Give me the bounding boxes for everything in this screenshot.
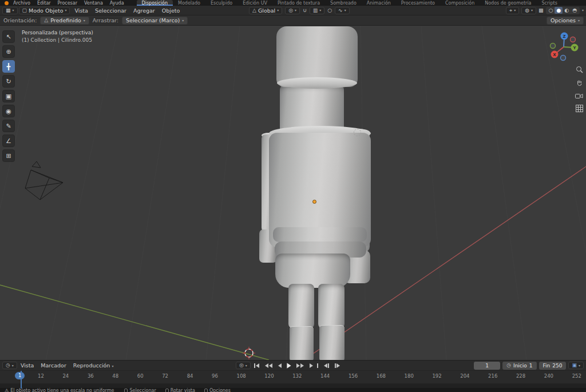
blender-logo-icon[interactable] [3, 0, 10, 6]
axis-x-negative[interactable] [571, 37, 576, 42]
workspace-tab[interactable]: Modelado [173, 0, 205, 6]
measure-tool[interactable]: ∠ [2, 134, 15, 147]
menu-item[interactable]: Vista [71, 7, 91, 14]
ruler-frame-label[interactable]: 156 [349, 373, 358, 379]
workspace-tab[interactable]: Pintado de textura [272, 0, 325, 6]
options-button[interactable]: Opciones ▾ [547, 17, 584, 25]
menu-item[interactable]: Agregar [130, 7, 159, 14]
ruler-frame-label[interactable]: 96 [212, 373, 218, 379]
workspace-tab[interactable]: Sombreado [325, 0, 362, 6]
transform-tool[interactable]: ◉ [2, 105, 15, 117]
workspace-tab[interactable]: Edición UV [237, 0, 272, 6]
zoom-icon[interactable] [576, 66, 583, 73]
workspace-tab[interactable]: Composición [440, 0, 480, 6]
next-frame-button[interactable] [332, 362, 342, 369]
camera-view-icon[interactable] [575, 92, 583, 99]
workspace-tab[interactable]: Nodos de geometría [480, 0, 536, 6]
timeline-ruler[interactable]: 1224364860728496108120132144156168180192… [0, 370, 586, 388]
orientation-preset-dropdown[interactable]: △ Predefinido ▾ [40, 17, 89, 25]
menu-item[interactable]: Seleccionar [92, 7, 130, 14]
sync-mode-dropdown[interactable]: ◎ ▾ [236, 362, 251, 369]
ruler-frame-label[interactable]: 108 [237, 373, 246, 379]
shading-rendered-icon[interactable]: ◓ [571, 7, 579, 14]
frame-end-field[interactable]: Fin 250 [539, 362, 567, 370]
ruler-frame-label[interactable]: 48 [112, 373, 118, 379]
ruler-frame-label[interactable]: 84 [187, 373, 193, 379]
viewport[interactable]: Personalizada (perspectiva) (1) Collecti… [0, 26, 586, 360]
menu-item[interactable]: Archivo [10, 0, 34, 6]
menu-item[interactable]: Ventana [81, 0, 106, 6]
chevron-down-icon[interactable]: ▾ [582, 9, 584, 12]
shading-wireframe-icon[interactable]: ○ [547, 7, 555, 14]
frame-start-field[interactable]: ◷ Inicio 1 [502, 362, 536, 370]
play-reverse-button[interactable] [276, 362, 284, 369]
select-box-tool[interactable]: ↖ [2, 30, 15, 43]
show-gizmo-toggle[interactable]: ⌖ ▾ [506, 7, 519, 14]
ruler-frame-label[interactable]: 60 [137, 373, 144, 379]
prev-frame-button[interactable] [322, 362, 331, 369]
current-frame-field[interactable]: 1 [474, 362, 500, 370]
orientation-selector[interactable]: △ Global ▾ [249, 7, 282, 14]
annotate-tool[interactable]: ✎ [2, 120, 15, 132]
move-tool[interactable]: ╋ [2, 60, 15, 73]
jump-to-end-button[interactable] [307, 362, 320, 369]
ruler-frame-label[interactable]: 252 [572, 373, 581, 379]
menu-item[interactable]: Procesar [54, 0, 81, 6]
xray-toggle-icon[interactable]: ▩ [539, 8, 544, 13]
cursor-tool[interactable]: ⊕ [2, 45, 15, 58]
current-frame-badge[interactable]: 1 [15, 372, 25, 379]
ruler-frame-label[interactable]: 216 [488, 373, 497, 379]
shading-material-icon[interactable]: ◐ [563, 7, 571, 14]
playback-menu[interactable]: Reproducción ▾ [70, 362, 117, 369]
prev-keyframe-button[interactable] [263, 362, 275, 369]
rotate-tool[interactable]: ↻ [2, 75, 15, 88]
workspace-tab[interactable]: Esculpido [205, 0, 237, 6]
editor-type-selector[interactable]: ▦ ▾ [2, 7, 18, 14]
play-button[interactable] [285, 362, 293, 369]
ruler-frame-label[interactable]: 240 [544, 373, 553, 379]
ruler-frame-label[interactable]: 12 [38, 373, 44, 379]
snap-magnet-icon[interactable]: ∪ [303, 8, 307, 13]
empty-object[interactable] [354, 129, 361, 136]
workspace-tab[interactable]: Procesamiento [396, 0, 440, 6]
menu-item[interactable]: Ayuda [106, 0, 128, 6]
mode-selector[interactable]: ▢ Modo Objeto ▾ [19, 7, 70, 14]
axis-z-negative[interactable] [561, 56, 566, 61]
menu-item[interactable]: Vista [17, 362, 37, 369]
drag-mode-dropdown[interactable]: Seleccionar (Marco) ▾ [122, 17, 188, 25]
ruler-frame-label[interactable]: 72 [162, 373, 168, 379]
show-overlays-toggle[interactable]: ◍ ▾ [521, 7, 536, 14]
ruler-frame-label[interactable]: 192 [432, 373, 441, 379]
ruler-frame-label[interactable]: 132 [292, 373, 302, 379]
axis-y-negative[interactable] [551, 43, 556, 49]
workspace-tab[interactable]: Disposición [137, 0, 173, 6]
shading-solid-icon[interactable]: ● [555, 7, 563, 14]
snap-settings[interactable]: ▥ ▾ [310, 7, 325, 14]
pan-hand-icon[interactable] [576, 79, 583, 86]
navigation-gizmo[interactable]: Z X Y [547, 29, 580, 62]
proportional-edit-icon[interactable]: ○ [327, 8, 332, 13]
add-cube-tool[interactable]: ⊞ [2, 149, 15, 162]
model-cilindro[interactable] [0, 26, 586, 360]
ruler-frame-label[interactable]: 144 [320, 373, 330, 379]
menu-item[interactable]: Objeto [159, 7, 184, 14]
workspace-tab[interactable]: Animación [362, 0, 396, 6]
menu-item[interactable]: Marcador [37, 362, 70, 369]
jump-to-start-button[interactable] [252, 362, 262, 369]
ruler-frame-label[interactable]: 120 [264, 373, 274, 379]
playback-options-dropdown[interactable]: ▣ ▾ [568, 362, 584, 369]
ruler-frame-label[interactable]: 24 [62, 373, 69, 379]
next-keyframe-button[interactable] [294, 362, 306, 369]
pivot-selector[interactable]: ◎ ▾ [285, 7, 300, 14]
ruler-frame-label[interactable]: 36 [88, 373, 94, 379]
ruler-frame-label[interactable]: 180 [405, 373, 414, 379]
scale-tool[interactable]: ▣ [2, 90, 15, 102]
ortho-grid-icon[interactable] [576, 105, 583, 112]
menu-item[interactable]: Editar [34, 0, 54, 6]
ruler-frame-label[interactable]: 204 [460, 373, 469, 379]
ruler-frame-label[interactable]: 228 [516, 373, 525, 379]
timeline-editor-selector[interactable]: ◷ ▾ [2, 362, 17, 369]
ruler-frame-label[interactable]: 168 [377, 373, 386, 379]
falloff-selector[interactable]: ∿ ▾ [335, 7, 350, 14]
workspace-tab[interactable]: Scripts [536, 0, 562, 6]
